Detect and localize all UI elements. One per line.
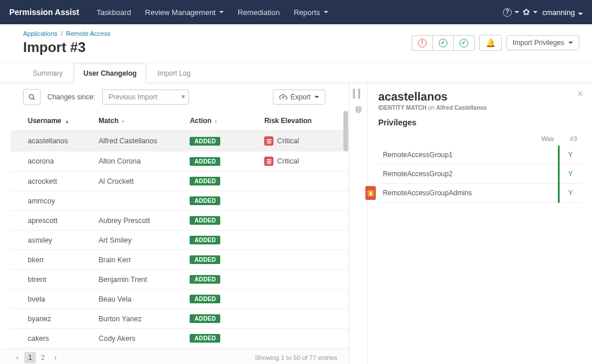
cell-match	[91, 191, 183, 211]
tab-user-changelog[interactable]: User Changelog	[73, 64, 146, 83]
tabs: Summary User Changelog Import Log	[0, 63, 592, 83]
privileges-table: Was #3 RemoteAccessGroup1YRemoteAccessGr…	[378, 132, 582, 203]
detail-subtitle: IDENTITY MATCH on Alfred Castellanos	[378, 105, 582, 111]
table-row[interactable]: asmileyArt SmileyADDED	[10, 231, 349, 250]
added-badge: ADDED	[190, 216, 220, 225]
cell-username: bvela	[10, 289, 91, 309]
cell-risk	[257, 348, 349, 350]
breadcrumb-root[interactable]: Applications	[23, 30, 57, 37]
table-row[interactable]: cakersCody AkersADDED	[10, 329, 349, 348]
nav-item-remediation[interactable]: Remediation	[232, 5, 286, 20]
table-wrap: Username ▲ Match ♦ Action ♦ Risk Elevati…	[0, 111, 349, 349]
help-icon[interactable]: ?	[503, 8, 519, 17]
col-risk[interactable]: Risk Elevation	[257, 111, 349, 131]
detail-rail: ▎▎	[349, 83, 368, 364]
cell-match: Alton Corona	[91, 151, 183, 172]
nav-item-taskboard[interactable]: Taskboard	[91, 5, 137, 20]
tab-summary[interactable]: Summary	[23, 64, 72, 83]
col-username[interactable]: Username ▲	[10, 111, 91, 131]
status-check1-button[interactable]: ✓	[432, 35, 453, 51]
nav-item-review-management[interactable]: Review Management	[139, 5, 230, 20]
cell-was	[531, 146, 558, 165]
svg-point-0	[29, 94, 34, 99]
privilege-row[interactable]: RemoteAccessGroup1Y	[378, 146, 582, 165]
tab-import-log[interactable]: Import Log	[147, 64, 200, 83]
pager-page-1[interactable]: 1	[24, 352, 36, 363]
cell-risk	[257, 289, 349, 309]
cell-match: Burton Yanez	[91, 309, 183, 329]
privilege-row[interactable]: RemoteAccessGroup2Y	[378, 165, 582, 184]
table-row[interactable]: aprescottAubrey PrescottADDED	[10, 211, 349, 231]
check-icon: ✓	[439, 39, 447, 47]
export-button[interactable]: Export	[273, 90, 325, 105]
cell-now: Y	[558, 146, 582, 165]
col-now: #3	[558, 132, 582, 146]
added-badge: ADDED	[190, 275, 220, 284]
cell-risk	[257, 270, 349, 289]
pagination-info: Showing 1 to 50 of 77 entries	[255, 354, 337, 361]
notifications-button[interactable]: 🔔	[479, 35, 502, 51]
shield-icon[interactable]	[354, 105, 363, 116]
changes-since-label: Changes since:	[47, 93, 95, 101]
pager-prev[interactable]: ‹	[12, 352, 23, 363]
cell-username: btrent	[10, 270, 91, 289]
cell-now: Y	[558, 165, 582, 184]
status-check2-button[interactable]: ✓	[453, 35, 475, 51]
status-alert-button[interactable]: !	[412, 35, 432, 51]
chevron-down-icon	[568, 42, 573, 44]
cell-risk	[257, 250, 349, 270]
cell-risk	[257, 329, 349, 348]
added-badge: ADDED	[190, 236, 220, 244]
table-row[interactable]: btrentBenjamin TrentADDED	[10, 270, 349, 289]
table-row[interactable]: byanezBurton YanezADDED	[10, 309, 349, 329]
changelog-table: Username ▲ Match ♦ Action ♦ Risk Elevati…	[10, 111, 349, 349]
privilege-row[interactable]: ⏫RemoteAccessGroupAdminsY	[378, 184, 582, 203]
table-row[interactable]: bvelaBeau VelaADDED	[10, 289, 349, 309]
filter-row: Changes since: Previous Import Export	[0, 83, 349, 111]
cell-priv-name: RemoteAccessGroup2	[378, 165, 531, 184]
changes-since-select[interactable]: Previous Import	[102, 90, 189, 105]
added-badge: ADDED	[190, 295, 220, 303]
cell-action: ADDED	[183, 270, 257, 289]
cell-username: cbradley	[10, 348, 91, 350]
cell-match: Cody Akers	[91, 329, 183, 348]
cell-action: ADDED	[183, 309, 257, 329]
brand: Permission Assist	[9, 8, 79, 17]
table-row[interactable]: acoronaAlton CoronaADDED☰Critical	[10, 151, 349, 172]
cell-match: Beau Vela	[91, 289, 183, 309]
current-user[interactable]: cmanning	[542, 8, 583, 17]
search-button[interactable]	[23, 89, 40, 105]
cell-username: cakers	[10, 329, 91, 348]
cell-action: ADDED	[183, 211, 257, 231]
table-row[interactable]: bkerrBrain KerrADDED	[10, 250, 349, 270]
cell-match: Curt Bradley	[91, 348, 183, 350]
pause-icon[interactable]: ▎▎	[353, 89, 364, 98]
cell-action: ADDED	[183, 151, 257, 172]
cell-priv-name: ⏫RemoteAccessGroupAdmins	[378, 184, 531, 203]
breadcrumb-leaf[interactable]: Remote Access	[66, 30, 110, 37]
gear-icon[interactable]: ✿	[523, 7, 538, 17]
import-privileges-button[interactable]: Import Privileges	[506, 35, 579, 50]
status-btn-group: ! ✓ ✓	[412, 35, 475, 51]
nav-item-reports[interactable]: Reports	[288, 5, 334, 20]
scrollbar[interactable]	[343, 111, 349, 349]
pager-page-2[interactable]: 2	[37, 352, 49, 363]
table-row[interactable]: acrockettAl CrockettADDED	[10, 172, 349, 191]
col-was: Was	[531, 132, 558, 146]
page-header: Applications / Remote Access Import #3 !…	[0, 24, 592, 63]
col-match[interactable]: Match ♦	[91, 111, 183, 131]
cell-now: Y	[558, 184, 582, 203]
cell-action: ADDED	[183, 250, 257, 270]
cell-action: ADDED	[183, 329, 257, 348]
added-badge: ADDED	[190, 314, 220, 323]
table-row[interactable]: cbradleyCurt BradleyADDED	[10, 348, 349, 350]
cell-risk	[257, 309, 349, 329]
pager-next[interactable]: ›	[50, 352, 61, 363]
close-icon[interactable]: ✕	[577, 89, 584, 98]
top-navbar: Permission Assist Taskboard Review Manag…	[0, 0, 592, 24]
added-badge: ADDED	[190, 255, 220, 264]
col-action[interactable]: Action ♦	[183, 111, 257, 131]
table-row[interactable]: acastellanosAlfred CastellanosADDED☰Crit…	[10, 131, 349, 151]
table-row[interactable]: ammcoyADDED	[10, 191, 349, 211]
cell-was	[531, 165, 558, 184]
